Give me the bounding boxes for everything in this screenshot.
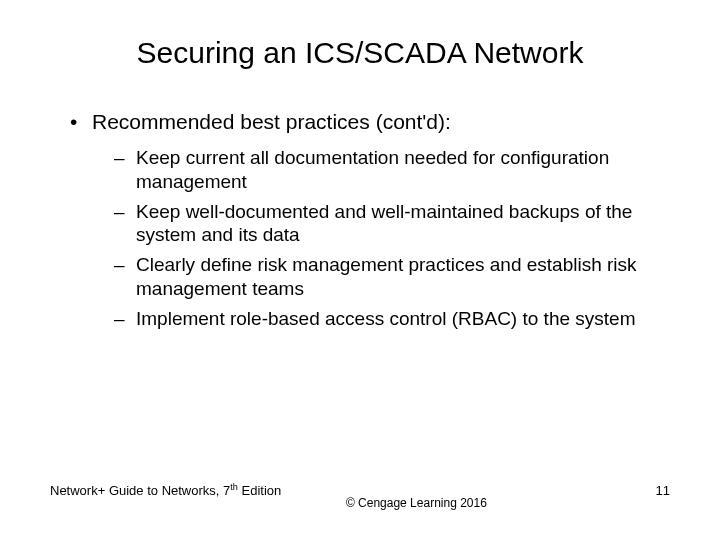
slide: Securing an ICS/SCADA Network Recommende… <box>0 0 720 540</box>
footer-copyright: © Cengage Learning 2016 <box>346 496 487 510</box>
bullet-level2: Keep current all documentation needed fo… <box>114 146 670 194</box>
bullet-level2: Keep well-documented and well-maintained… <box>114 200 670 248</box>
bullet-level2: Clearly define risk management practices… <box>114 253 670 301</box>
bullet-level2: Implement role-based access control (RBA… <box>114 307 670 331</box>
footer-source-suffix: Edition <box>238 483 281 498</box>
slide-title: Securing an ICS/SCADA Network <box>50 36 670 70</box>
bullet-level1: Recommended best practices (cont'd): <box>70 110 670 134</box>
footer-source: Network+ Guide to Networks, 7th Edition <box>50 482 281 498</box>
page-number: 11 <box>656 483 670 498</box>
footer-source-prefix: Network+ Guide to Networks, 7 <box>50 483 230 498</box>
footer-ordinal: th <box>230 482 238 492</box>
